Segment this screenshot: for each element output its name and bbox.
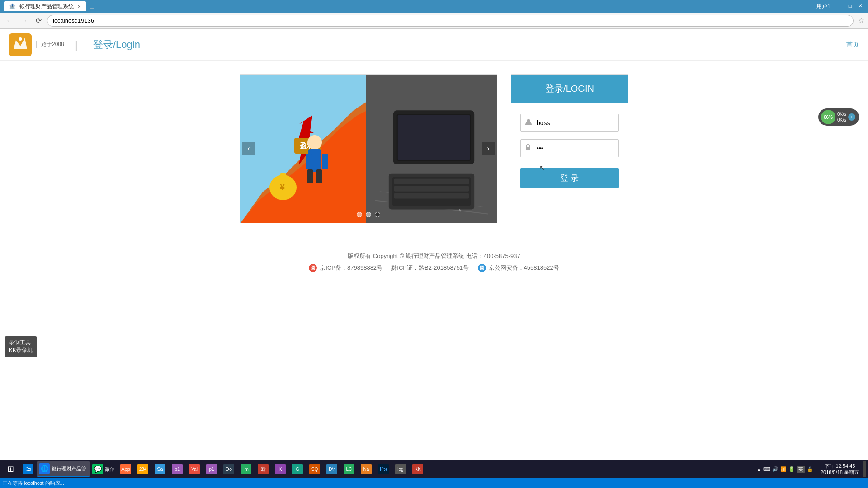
net-percent-label: 66% xyxy=(824,115,833,120)
taskbar-item-wechat[interactable]: 💬 微信 xyxy=(90,461,117,477)
login-body: 登 录 xyxy=(511,103,628,199)
browser-tab[interactable]: 🏦 银行理财产品管理系统 ✕ xyxy=(4,1,86,11)
kk-icon: K xyxy=(275,464,286,474)
carousel-next-button[interactable]: › xyxy=(482,142,495,155)
browser-label: 银行理财产品管... xyxy=(52,465,88,472)
carousel-container[interactable]: ¥ 盈利 xyxy=(240,74,497,223)
main-content: ¥ 盈利 xyxy=(163,61,705,237)
username-input[interactable] xyxy=(520,114,619,132)
net-action-button[interactable]: + xyxy=(848,113,855,121)
page-content: 始于2008 | 登录/Login 首页 xyxy=(0,29,868,488)
g-icon: G xyxy=(292,464,303,474)
status-text: 正在等待 localhost 的响应... xyxy=(3,480,64,487)
footer-icp3: 京公网安备：455818522号 xyxy=(489,262,559,274)
taskbar-item-log[interactable]: log xyxy=(392,461,409,477)
nav-home-link[interactable]: 首页 xyxy=(846,41,859,49)
user-icon xyxy=(525,118,532,127)
password-input[interactable] xyxy=(520,139,619,157)
carousel-dot-2[interactable] xyxy=(366,212,371,217)
taskbar-clock[interactable]: 下午 12:54:45 2018/5/18 星期五 xyxy=(818,463,862,476)
taskbar-item-g[interactable]: G xyxy=(289,461,306,477)
net-stats: 0K/s 0K/s xyxy=(837,111,846,123)
taskbar-item-img[interactable]: im xyxy=(238,461,254,477)
svg-rect-13 xyxy=(306,154,312,169)
taskbar-tray: ▲ ⌨ 🔊 📶 🔋 英 🔒 xyxy=(753,466,817,473)
taskbar-item-234[interactable]: 234 xyxy=(135,461,151,477)
taskbar-item-na[interactable]: Na xyxy=(358,461,374,477)
bookmark-star-icon[interactable]: ☆ xyxy=(858,16,864,25)
taskbar-item-p1a[interactable]: p1 xyxy=(169,461,185,477)
new-tab-icon[interactable]: □ xyxy=(86,1,97,12)
header-divider: | xyxy=(75,38,78,51)
svg-rect-15 xyxy=(307,169,313,183)
kk-recorder-line1: 录制工具 xyxy=(9,339,33,347)
clock-time: 下午 12:54:45 xyxy=(825,463,855,469)
taskbar-item-explorer[interactable]: 🗂 xyxy=(20,461,36,477)
kk2-icon: KK xyxy=(412,464,423,474)
taskbar-item-new[interactable]: 新 xyxy=(255,461,271,477)
footer-icp2: 黔ICP证：黔B2-201858751号 xyxy=(391,262,469,274)
taskbar-item-browser[interactable]: 🌐 银行理财产品管... xyxy=(37,461,90,477)
net-up-speed: 0K/s xyxy=(837,111,846,117)
ps-icon: Ps xyxy=(378,464,389,474)
footer-icon-blue: 圆 xyxy=(478,264,486,272)
forward-button[interactable]: → xyxy=(18,15,30,27)
refresh-button[interactable]: ⟳ xyxy=(33,15,44,27)
tab-title: 银行理财产品管理系统 xyxy=(19,3,74,10)
minimize-button[interactable]: — xyxy=(835,3,844,10)
login-box: 登录/LOGIN xyxy=(511,74,628,223)
explorer-icon: 🗂 xyxy=(23,464,33,474)
tab-close-icon[interactable]: ✕ xyxy=(77,4,81,9)
close-button[interactable]: ✕ xyxy=(856,3,864,10)
start-button[interactable]: ⊞ xyxy=(2,461,19,477)
user-label: 用户1 xyxy=(815,3,832,10)
p1b-icon: p1 xyxy=(206,464,217,474)
maximize-button[interactable]: □ xyxy=(847,3,854,10)
taskbar-item-kk2[interactable]: KK xyxy=(410,461,426,477)
svg-rect-16 xyxy=(316,169,322,183)
taskbar-item-safari[interactable]: Sa xyxy=(152,461,168,477)
taskbar-item-kk[interactable]: K xyxy=(272,461,288,477)
kk-recorder-widget: 录制工具 KK录像机 xyxy=(5,336,37,357)
start-icon: ⊞ xyxy=(7,464,14,474)
tab-favicon: 🏦 xyxy=(9,3,16,9)
footer-icp: 圆 京ICP备：879898882号 黔ICP证：黔B2-201858751号 … xyxy=(9,262,859,274)
file-234-icon: 234 xyxy=(137,464,148,474)
carousel-slide: ¥ 盈利 xyxy=(240,75,497,223)
taskbar-item-app[interactable]: App xyxy=(118,461,134,477)
since-label: 始于2008 xyxy=(36,41,64,48)
status-bar: 正在等待 localhost 的响应... xyxy=(0,478,868,488)
safari-icon: Sa xyxy=(155,464,165,474)
tray-lang[interactable]: 英 xyxy=(797,466,805,473)
tray-icon-4: 🔋 xyxy=(788,466,795,472)
carousel-dots xyxy=(357,212,380,217)
img-icon: im xyxy=(241,464,251,474)
browser-toolbar: ← → ⟳ ☆ xyxy=(0,13,868,29)
taskbar-item-doc[interactable]: Do xyxy=(221,461,237,477)
taskbar-item-sql[interactable]: SQ xyxy=(307,461,323,477)
taskbar-item-dr[interactable]: D\r xyxy=(324,461,340,477)
footer-spacer2 xyxy=(472,262,475,274)
tray-icon-5: 🔒 xyxy=(807,466,813,472)
lock-icon xyxy=(525,144,531,153)
login-button[interactable]: 登 录 xyxy=(520,168,619,188)
tray-arrow[interactable]: ▲ xyxy=(757,467,761,472)
carousel-dot-1[interactable] xyxy=(357,212,362,217)
val-icon: Val xyxy=(189,464,200,474)
carousel-dot-3[interactable] xyxy=(375,212,380,217)
taskbar-item-ps[interactable]: Ps xyxy=(375,461,392,477)
back-button[interactable]: ← xyxy=(4,15,15,27)
na-icon: Na xyxy=(361,464,372,474)
login-title: 登录/LOGIN xyxy=(545,84,594,94)
show-desktop-button[interactable] xyxy=(863,461,866,477)
kk-recorder-line2: KK录像机 xyxy=(9,347,33,354)
footer-spacer xyxy=(385,262,388,274)
browser-icon: 🌐 xyxy=(39,463,50,474)
carousel-prev-button[interactable]: ‹ xyxy=(242,142,255,155)
taskbar-item-p1b[interactable]: p1 xyxy=(203,461,220,477)
address-bar[interactable] xyxy=(47,15,854,27)
p1a-icon: p1 xyxy=(172,464,183,474)
taskbar-item-lc[interactable]: LC xyxy=(341,461,357,477)
svg-rect-29 xyxy=(394,193,469,199)
taskbar-item-val[interactable]: Val xyxy=(186,461,203,477)
